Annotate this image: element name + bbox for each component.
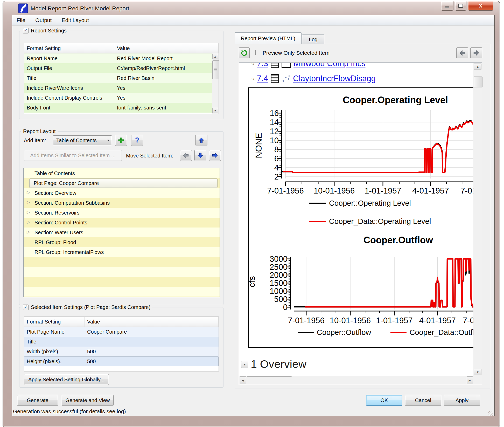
cell-setting[interactable]: Report Name (24, 56, 114, 61)
toc-item-link[interactable]: ClaytonIncrFlowDisagg (293, 74, 376, 83)
list-item-selected[interactable]: Plot Page: Cooper Compare (24, 178, 220, 188)
expander-icon[interactable]: ▷ (27, 230, 30, 234)
table-row[interactable]: Body Fontfont-family: sans-serif; (24, 103, 212, 113)
expander-icon[interactable]: ▷ (27, 190, 30, 195)
table-row[interactable]: TitleRed River Basin (24, 73, 212, 83)
preview-only-checkbox[interactable] (255, 50, 256, 55)
table-row[interactable]: Include RiverWare IconsYes (24, 83, 212, 93)
cell-value[interactable]: 500 (85, 349, 219, 355)
column-header[interactable]: Format Setting (24, 43, 114, 53)
expander-icon[interactable]: ▷ (27, 200, 30, 204)
table-row[interactable]: Include Content Display ControlsYes (24, 93, 212, 103)
table-row[interactable]: Width (pixels).500 (24, 347, 219, 356)
cell-setting[interactable]: Title (24, 339, 85, 345)
cell-value[interactable]: Cooper Compare (85, 329, 219, 335)
column-header[interactable]: Value (85, 317, 219, 327)
scroll-up-button[interactable]: ▲ (212, 54, 218, 59)
table-header[interactable]: Format Setting Value (24, 43, 219, 53)
refresh-button[interactable] (239, 47, 250, 58)
table-row[interactable]: Plot Page NameCooper Compare (24, 327, 219, 337)
section-heading: 1 Overview (251, 358, 306, 370)
toc-number-link[interactable]: 7.4 (257, 74, 268, 83)
list-item[interactable]: RPL Group: IncrementalFlows (24, 247, 220, 257)
move-up-button[interactable] (195, 135, 207, 146)
cell-setting[interactable]: Height (pixels). (24, 359, 85, 364)
toc-number-link[interactable]: 7.3 (257, 63, 268, 68)
cell-value[interactable]: Red River Basin (114, 75, 212, 81)
table-row[interactable]: Output FileC:/temp/RedRiverReport.html (24, 63, 212, 73)
add-item-button[interactable] (115, 135, 127, 146)
list-item[interactable]: ▷Section: Computation Subbasins (24, 198, 220, 208)
nav-forward-button[interactable] (470, 47, 482, 58)
add-similar-button[interactable]: Add Items Similar to Selected Item ... (24, 150, 122, 161)
move-left-button[interactable] (180, 150, 192, 161)
table-row[interactable]: Report NameRed River Model Report (24, 53, 212, 63)
cell-setting[interactable]: Include Content Display Controls (24, 95, 114, 101)
report-settings-checkbox[interactable] (23, 28, 29, 33)
table-scrollbar[interactable]: ▲ ▼ (212, 53, 219, 114)
scrollbar-thumb[interactable] (212, 60, 219, 79)
table-body: Report NameRed River Model Report Output… (24, 53, 212, 113)
move-down-button[interactable] (194, 150, 206, 161)
close-button[interactable]: x (468, 1, 493, 11)
expander-icon[interactable]: ▷ (27, 210, 30, 214)
scroll-up-button[interactable]: ▲ (474, 64, 481, 70)
list-item[interactable]: ▷Section: Overview (24, 188, 220, 198)
selected-item-settings-checkbox[interactable] (23, 305, 29, 310)
apply-button[interactable]: Apply (444, 395, 480, 406)
generate-and-view-button[interactable]: Generate and View (62, 395, 114, 406)
cell-value[interactable]: font-family: sans-serif; (114, 105, 212, 111)
generate-button[interactable]: Generate (17, 395, 58, 406)
column-header[interactable]: Value (114, 43, 219, 53)
menu-file[interactable]: File (12, 15, 30, 23)
cell-setting[interactable]: Width (pixels). (24, 349, 85, 355)
cell-value[interactable]: Yes (114, 85, 212, 91)
list-item[interactable]: RPL Group: Flood (24, 237, 220, 247)
section-collapse-button[interactable]: ▼ (241, 361, 248, 368)
cell-setting[interactable]: Output File (24, 65, 114, 71)
list-item[interactable]: ▷Section: Reservoirs (24, 208, 220, 218)
list-item[interactable]: ▷Section: Water Users (24, 228, 220, 237)
menu-output[interactable]: Output (31, 15, 56, 23)
resize-grip[interactable] (488, 411, 493, 416)
nav-back-button[interactable] (456, 47, 468, 58)
ok-button[interactable]: OK (366, 395, 402, 406)
list-item[interactable]: ▷Section: Control Points (24, 218, 220, 228)
expander-icon[interactable]: ▷ (27, 220, 30, 224)
cell-setting[interactable]: Plot Page Name (24, 329, 85, 335)
move-right-button[interactable] (209, 150, 221, 161)
tab-log[interactable]: Log (302, 35, 324, 44)
minimize-button[interactable] (441, 1, 453, 11)
help-button[interactable]: ? (131, 135, 143, 146)
cell-value[interactable]: Red River Model Report (114, 56, 212, 61)
column-header[interactable]: Format Setting (24, 317, 85, 327)
table-row-current[interactable]: Height (pixels).500 (24, 356, 219, 366)
add-item-combobox[interactable]: Table of Contents ▼ (53, 135, 112, 145)
cell-value[interactable]: 500 (85, 359, 219, 364)
scrollbar-thumb[interactable] (474, 77, 482, 87)
cell-value[interactable]: C:/temp/RedRiverReport.html (114, 65, 212, 71)
scroll-left-button[interactable]: ◀ (240, 376, 246, 384)
scroll-down-button[interactable]: ▼ (474, 369, 481, 375)
preview-hscrollbar[interactable]: ◀ ▶ (239, 376, 473, 385)
cell-setting[interactable]: Title (24, 75, 114, 81)
tab-report-preview[interactable]: Report Preview (HTML) (235, 32, 302, 44)
table-header[interactable]: Format Setting Value (24, 317, 219, 327)
menu-edit-layout[interactable]: Edit Layout (57, 15, 93, 23)
scroll-right-button[interactable]: ▶ (467, 376, 473, 384)
cell-setting[interactable]: Body Font (24, 105, 114, 111)
scrollbar-thumb[interactable] (247, 376, 292, 377)
cell-setting[interactable]: Include RiverWare Icons (24, 85, 114, 91)
scroll-down-button[interactable]: ▼ (212, 108, 218, 113)
apply-globally-button[interactable]: Apply Selected Setting Globally... (24, 374, 109, 385)
svg-text:2: 2 (274, 172, 279, 181)
scrollbar-corner (473, 376, 482, 385)
list-item[interactable]: Table of Contents (24, 168, 220, 178)
toc-item-link[interactable]: Millwood Comp Incs (293, 63, 365, 68)
cancel-button[interactable]: Cancel (405, 395, 441, 406)
maximize-button[interactable] (455, 1, 466, 11)
preview-vscrollbar[interactable]: ▲ ▼ (473, 63, 482, 376)
table-row[interactable]: Title (24, 337, 219, 347)
toc-link-row: ○ 7.4 ClaytonIncrFlowDisagg (251, 74, 376, 83)
cell-value[interactable]: Yes (114, 95, 212, 101)
